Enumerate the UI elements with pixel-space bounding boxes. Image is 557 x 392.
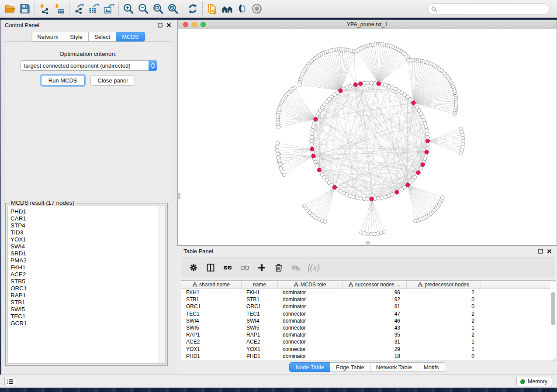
tab-network-table[interactable]: Network Table [370, 362, 418, 372]
cell-shared-name: YOX1 [181, 346, 242, 352]
cell-successor-nodes: 62 [343, 296, 407, 303]
tab-motifs[interactable]: Motifs [418, 362, 445, 372]
column-header-mcds-role[interactable]: MCDS role [278, 281, 343, 289]
mcds-result-item[interactable]: ORC1 [8, 285, 165, 292]
close-panel-button-mcds[interactable]: Close panel [90, 75, 135, 86]
table-row[interactable]: PHD1PHD1dominator180 [181, 353, 554, 360]
mcds-result-item[interactable]: STB5 [8, 278, 165, 285]
delete-column-button[interactable] [272, 261, 286, 275]
mcds-result-item[interactable]: STP4 [8, 222, 165, 229]
global-search-field[interactable] [427, 3, 550, 14]
mcds-list-scrollbar[interactable] [159, 206, 165, 363]
import-table-button[interactable] [52, 1, 67, 16]
mcds-result-item[interactable]: FKH1 [8, 264, 165, 271]
column-header-name[interactable]: name [242, 281, 278, 289]
table-row[interactable]: ACE2ACE2connector311 [181, 338, 554, 345]
float-panel-button[interactable] [158, 23, 163, 28]
select-stepper[interactable] [149, 60, 157, 71]
mcds-result-item[interactable]: GCR1 [8, 320, 165, 327]
table-row[interactable]: SWI5SWI5connector431 [181, 324, 554, 331]
mcds-result-item[interactable]: CAR1 [8, 215, 165, 222]
mcds-result-item[interactable]: SRD1 [8, 250, 165, 257]
table-scrollbar-thumb[interactable] [551, 292, 555, 325]
select-all-rows-button[interactable] [221, 261, 235, 275]
float-table-panel-button[interactable] [538, 249, 543, 254]
mcds-result-item[interactable]: SWI5 [8, 306, 165, 313]
zoom-out-button[interactable] [136, 1, 151, 16]
tab-style[interactable]: Style [64, 32, 89, 41]
table-row[interactable]: TEC1TEC1connector472 [181, 310, 554, 317]
apply-layout-button[interactable] [185, 1, 200, 16]
open-file-button[interactable] [3, 1, 17, 16]
mcds-result-item[interactable]: TID3 [8, 229, 165, 236]
mcds-result-item[interactable]: YOX1 [8, 236, 165, 243]
criterion-select[interactable]: largest connected component (undirected) [20, 60, 157, 71]
mcds-result-item[interactable]: PHD1 [8, 208, 165, 215]
mcds-result-item[interactable]: RAP1 [8, 292, 165, 299]
network-canvas[interactable] [178, 29, 557, 245]
save-session-button[interactable] [17, 1, 32, 16]
tab-mcds[interactable]: MCDS [116, 32, 145, 41]
tab-edge-table[interactable]: Edge Table [330, 362, 370, 372]
houses-icon [221, 3, 233, 14]
show-hide-panel-button[interactable] [249, 1, 264, 16]
network-graph[interactable] [178, 29, 557, 245]
toggle-graphics-details-button[interactable] [235, 1, 249, 16]
tab-network[interactable]: Network [31, 32, 64, 41]
network-vscroll-thumb[interactable] [178, 193, 180, 199]
table-row[interactable]: ORC1ORC1dominator610 [181, 303, 554, 310]
cell-mcds-role: dominator [278, 289, 343, 296]
memory-button[interactable]: Memory [516, 377, 552, 386]
table-row[interactable]: YOX1YOX1connector291 [181, 346, 554, 353]
mcds-result-item[interactable]: PMA2 [8, 257, 165, 264]
zoom-fit-button[interactable] [151, 1, 166, 16]
open-folder-icon [4, 3, 16, 14]
mcds-result-item[interactable]: TEC1 [8, 313, 165, 320]
cell-successor-nodes: 47 [343, 311, 407, 317]
column-header-successor-nodes[interactable]: successor nodes ⌄ [343, 281, 407, 289]
mcds-result-list[interactable]: PHD1CAR1STP4TID3YOX1SWI4SRD1PMA2FKH1ACE2… [7, 206, 166, 364]
table-scrollbar[interactable] [550, 282, 556, 359]
tab-select[interactable]: Select [89, 32, 116, 41]
cell-successor-nodes: 61 [343, 303, 407, 309]
column-label: name [253, 282, 266, 288]
export-network-button[interactable] [72, 1, 86, 16]
create-column-button[interactable] [255, 261, 269, 275]
zoom-selected-button[interactable] [166, 1, 180, 16]
network-hscroll-thumb[interactable] [366, 241, 370, 244]
mcds-result-item[interactable]: STB1 [8, 299, 165, 306]
run-mcds-button[interactable]: Run MCDS [41, 75, 85, 86]
column-header-shared-name[interactable]: shared name [181, 281, 242, 289]
import-network-button[interactable] [37, 1, 52, 16]
table-options-button[interactable] [187, 261, 201, 275]
tab-node-table[interactable]: Node Table [289, 362, 330, 372]
toolbar-separator [69, 2, 69, 15]
zoom-in-button[interactable] [121, 1, 136, 16]
close-panel-button[interactable] [166, 23, 171, 28]
mcds-result-item[interactable]: SWI4 [8, 243, 165, 250]
table-row[interactable]: FKH1FKH1dominator962 [181, 289, 554, 296]
control-panel-titlebar: Control Panel [1, 20, 175, 30]
export-table-icon [88, 3, 100, 14]
table-row[interactable]: SWI4SWI4dominator462 [181, 317, 554, 324]
network-home-button[interactable] [220, 1, 235, 16]
network-window-titlebar[interactable]: YPA_prune.txt_1 [178, 20, 557, 29]
column-header-predecessor-nodes[interactable]: predecessor nodes [407, 281, 481, 289]
optimization-criterion-label: Optimization criterion: [4, 51, 172, 57]
deselect-all-rows-button[interactable] [238, 261, 252, 275]
table-header-row: shared name name MCDS role successor nod… [181, 281, 554, 289]
cell-mcds-role: connector [278, 339, 343, 345]
close-table-panel-button[interactable] [547, 249, 552, 254]
table-row[interactable]: STB1STB1dominator620 [181, 296, 554, 303]
mcds-result-item[interactable]: ACE2 [8, 271, 165, 278]
export-image-button[interactable] [101, 1, 116, 16]
new-network-from-selection-button[interactable] [205, 1, 220, 16]
search-input[interactable] [437, 5, 549, 14]
sort-chevron-icon[interactable]: ⌄ [397, 282, 400, 287]
export-table-button[interactable] [86, 1, 101, 16]
table-row[interactable]: RAP1RAP1dominator352 [181, 331, 554, 338]
float-window-icon [158, 23, 163, 28]
show-columns-button[interactable] [204, 261, 218, 275]
cell-predecessor-nodes: 1 [407, 325, 481, 331]
show-task-history-button[interactable] [4, 377, 16, 386]
